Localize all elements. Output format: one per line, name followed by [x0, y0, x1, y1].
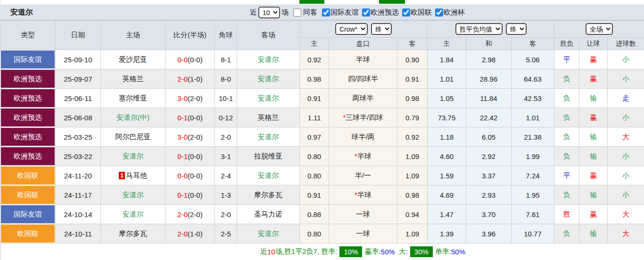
competition-checkbox[interactable] [435, 8, 443, 17]
avg-win: 1.05 [428, 89, 466, 108]
odds-group-header: Crow* 终 [300, 21, 428, 38]
result-cell: 胜 [554, 205, 579, 224]
subheader-odds-home: 主 [300, 38, 329, 50]
result-cell: 负 [554, 127, 579, 147]
goals-result-cell: 大 [608, 127, 644, 147]
match-date: 24-11-20 [56, 166, 101, 185]
avg-win: 1.84 [428, 50, 466, 69]
handicap-cell: *半球 [329, 147, 397, 166]
avg-lose: 10.77 [512, 224, 554, 243]
score-cell: 2-0(1-0) [165, 224, 215, 243]
let-result-cell: 赢 [579, 205, 608, 224]
match-type-cell: 欧洲预选 [0, 108, 56, 127]
subheader-handicap: 盘口 [329, 38, 397, 50]
score-cell: 0-1(0-0) [165, 108, 215, 127]
home-team: 安道尔(中) [101, 108, 165, 127]
big-rate-label: 大: [399, 247, 408, 256]
subheader-result: 胜负 [554, 38, 579, 50]
odd-rate-label: 单率: [435, 247, 451, 256]
odds-away: 0.94 [397, 205, 428, 224]
match-type-cell: 国际友谊 [0, 50, 56, 69]
match-type-cell: 欧洲预选 [0, 147, 56, 166]
corners-cell: 8-1 [215, 50, 237, 69]
header-home: 主场 [101, 21, 165, 50]
handicap-cell: 两球半 [329, 89, 397, 108]
scope-group-header: 全场 [554, 21, 644, 38]
let-result-cell: 输 [579, 147, 608, 166]
table-row: 国际友谊24-10-14安道尔2-0(2-0)2-0圣马力诺0.88一球0.94… [0, 205, 644, 224]
avg-draw: 3.37 [466, 166, 512, 185]
away-team: 安道尔 [237, 166, 300, 185]
home-team: 摩尔多瓦 [101, 224, 165, 243]
avg-type-select[interactable]: 胜平负均值 [455, 23, 503, 35]
away-team: 圣马力诺 [237, 205, 300, 224]
competition-checkbox[interactable] [402, 8, 410, 17]
match-rows: 国际友谊25-09-10爱沙尼亚0-0(0-0)8-1安道尔0.92半球0.90… [0, 50, 644, 243]
competition-checkbox[interactable] [362, 8, 370, 17]
avg-lose: 1.95 [512, 185, 554, 205]
corners-cell: 3-1 [215, 147, 237, 166]
competition-filter: 欧洲预选 [359, 8, 399, 17]
score-cell: 0-1(0-0) [165, 147, 215, 166]
match-date: 25-06-08 [56, 108, 101, 127]
table-row: 欧洲预选25-03-25阿尔巴尼亚3-0(2-0)2-0安道尔0.97球半/两0… [0, 127, 644, 147]
odds-away: 0.79 [397, 108, 428, 127]
scope-select[interactable]: 全场 [586, 23, 613, 35]
corners-cell: 10-1 [215, 89, 237, 108]
competition-checkbox[interactable] [322, 8, 330, 17]
away-team: 安道尔 [237, 50, 300, 69]
table-row: 欧洲预选25-06-08安道尔(中)0-1(0-0)0-12英格兰1.11*三球… [0, 108, 644, 127]
match-type-badge: 国际友谊 [1, 205, 55, 223]
odds-away: 0.92 [397, 127, 428, 147]
score-cell: 2-0(2-0) [165, 205, 215, 224]
home-team: 1马耳他 [101, 166, 165, 185]
away-team: 拉脱维亚 [237, 147, 300, 166]
corners-cell: 1-3 [215, 185, 237, 205]
handicap-cell: *三球半/四球 [329, 108, 397, 127]
avg-state-select[interactable]: 终 [506, 23, 527, 35]
score-cell: 0-0(0-0) [165, 166, 215, 185]
title-bar: 安道尔 近 10 场 同客 国际友谊欧洲预选欧国联欧洲杯 [0, 5, 644, 20]
header-score: 比分(半场) [165, 21, 215, 50]
table-row: 欧国联24-11-201马耳他0-0(0-0)2-4安道尔0.80半/一1.09… [0, 166, 644, 185]
handicap-cell: 半/一 [329, 166, 397, 185]
avg-win: 4.69 [428, 185, 466, 205]
odds-home: 0.80 [300, 166, 329, 185]
goals-result-cell: 小 [608, 108, 644, 127]
recent-count-select[interactable]: 10 [258, 7, 280, 18]
let-result-cell: 输 [579, 224, 608, 243]
let-result-cell: 赢 [579, 69, 608, 89]
result-cell: 负 [554, 147, 579, 166]
goals-result-cell: 小 [608, 185, 644, 205]
partial-green-badge [299, 0, 324, 4]
avg-win: 1.59 [428, 166, 466, 185]
odds-away: 1.09 [397, 166, 428, 185]
corners-cell: 8-0 [215, 69, 237, 89]
avg-draw: 2.92 [466, 147, 512, 166]
match-type-cell: 欧国联 [0, 185, 56, 205]
match-type-badge: 欧洲预选 [1, 109, 55, 126]
match-date: 24-10-11 [56, 224, 101, 243]
let-result-cell: 输 [579, 89, 608, 108]
avg-win: 1.01 [428, 69, 466, 89]
avg-lose: 64.63 [512, 69, 554, 89]
avg-draw: 28.96 [466, 69, 512, 89]
handicap-cell: 一球 [329, 205, 397, 224]
let-result-cell: 输 [579, 185, 608, 205]
bookmaker-select[interactable]: Crow* [335, 23, 368, 35]
match-type-cell: 欧洲预选 [0, 69, 56, 89]
corners-cell: 2-4 [215, 166, 237, 185]
avg-group-header: 胜平负均值 终 [428, 21, 554, 38]
big-rate-badge: 30% [410, 246, 433, 257]
handicap-cell: 一球 [329, 224, 397, 243]
avg-win: 73.75 [428, 108, 466, 127]
match-date: 25-03-22 [56, 147, 101, 166]
subheader-goals: 进球数 [608, 38, 644, 50]
competition-label: 欧洲预选 [371, 8, 399, 17]
goals-result-cell: 大 [608, 224, 644, 243]
same-away-checkbox[interactable] [293, 8, 301, 17]
odds-home: 0.80 [300, 224, 329, 243]
odds-home: 0.91 [300, 185, 329, 205]
match-type-cell: 欧国联 [0, 166, 56, 185]
odds-state-select[interactable]: 终 [371, 23, 392, 35]
